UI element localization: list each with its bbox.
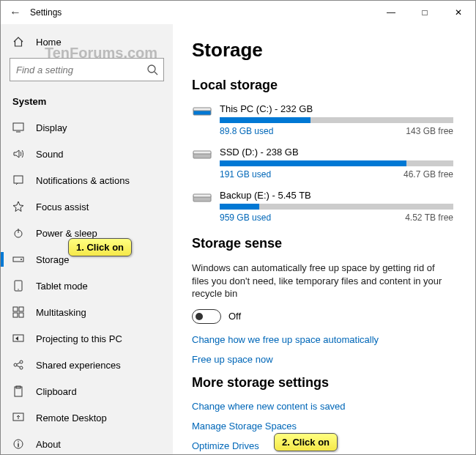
about-icon (12, 438, 24, 450)
sidebar-item-label: Remote Desktop (36, 413, 107, 423)
home-label: Home (36, 37, 62, 48)
drive-used: 191 GB used (220, 169, 271, 180)
close-button[interactable]: ✕ (442, 1, 475, 24)
remote-icon (12, 412, 24, 423)
sidebar-item-clipboard[interactable]: Clipboard (1, 378, 173, 404)
section-label: System (1, 90, 173, 114)
search-icon (146, 64, 158, 75)
drive-used: 89.8 GB used (220, 126, 273, 136)
svg-rect-2 (13, 123, 23, 130)
drive-row[interactable]: Backup (E:) - 5.45 TB 959 GB used 4.52 T… (192, 190, 453, 223)
sidebar-item-label: Tablet mode (36, 281, 88, 292)
focus-icon (12, 201, 24, 212)
drive-free: 46.7 GB free (404, 169, 453, 180)
drive-row[interactable]: This PC (C:) - 232 GB 89.8 GB used 143 G… (192, 103, 453, 136)
drive-used: 959 GB used (220, 212, 271, 223)
svg-point-8 (21, 259, 22, 260)
storage-sense-desc: Windows can automatically free up space … (192, 262, 453, 300)
sidebar-item-projecting[interactable]: Projecting to this PC (1, 325, 173, 352)
sidebar-item-label: Notifications & actions (36, 175, 130, 186)
titlebar: ← Settings ― □ ✕ (1, 1, 475, 24)
sidebar-item-label: Sound (36, 149, 64, 160)
svg-rect-30 (193, 151, 211, 154)
svg-rect-11 (13, 307, 18, 311)
power-icon (12, 227, 24, 239)
sidebar-item-display[interactable]: Display (1, 114, 173, 141)
sound-icon (12, 148, 24, 160)
settings-window: ← Settings ― □ ✕ Home System Display (0, 0, 476, 455)
page-title: Storage (192, 39, 453, 62)
local-storage-heading: Local storage (192, 78, 453, 93)
clipboard-icon (12, 385, 24, 397)
sidebar-item-focus-assist[interactable]: Focus assist (1, 193, 173, 220)
search-box[interactable] (10, 58, 164, 81)
link-change-auto[interactable]: Change how we free up space automaticall… (192, 334, 453, 345)
storage-sense-heading: Storage sense (192, 236, 453, 251)
sidebar-item-sound[interactable]: Sound (1, 141, 173, 167)
sidebar-item-label: Power & sleep (36, 228, 97, 239)
minimize-button[interactable]: ― (374, 1, 408, 24)
toggle-state-label: Off (228, 311, 241, 322)
window-title: Settings (30, 7, 62, 18)
content-pane: Storage Local storage This PC (C:) - 232… (173, 24, 475, 454)
svg-point-0 (148, 65, 155, 73)
link-free-now[interactable]: Free up space now (192, 354, 453, 365)
storage-sense-toggle[interactable] (192, 309, 221, 324)
svg-rect-28 (193, 108, 211, 111)
sidebar-item-label: Shared experiences (36, 360, 121, 371)
svg-point-10 (18, 289, 18, 289)
drive-icon (192, 103, 212, 118)
home-icon (12, 36, 24, 48)
multitasking-icon (12, 306, 24, 318)
svg-rect-32 (193, 194, 211, 197)
drive-row[interactable]: SSD (D:) - 238 GB 191 GB used 46.7 GB fr… (192, 147, 453, 180)
svg-rect-12 (19, 307, 23, 311)
drive-icon (192, 147, 212, 161)
link-new-content[interactable]: Change where new content is saved (192, 401, 453, 412)
sidebar-item-shared-experiences[interactable]: Shared experiences (1, 352, 173, 378)
back-button[interactable]: ← (7, 6, 24, 19)
storage-icon (12, 254, 24, 265)
svg-point-16 (14, 363, 17, 366)
sidebar-item-label: Focus assist (36, 201, 89, 212)
usage-bar (220, 160, 453, 166)
link-storage-spaces[interactable]: Manage Storage Spaces (192, 421, 453, 432)
svg-rect-4 (14, 176, 23, 183)
sidebar-item-label: Projecting to this PC (36, 333, 122, 344)
drive-icon (192, 190, 212, 204)
sidebar-item-tablet-mode[interactable]: Tablet mode (1, 273, 173, 299)
home-link[interactable]: Home (1, 30, 173, 53)
sidebar-item-label: Multitasking (36, 307, 86, 318)
svg-rect-14 (19, 313, 23, 317)
shared-icon (12, 359, 24, 371)
projecting-icon (12, 333, 24, 344)
usage-bar (220, 204, 453, 210)
callout-2: 2. Click on (274, 433, 338, 451)
drive-title: This PC (C:) - 232 GB (220, 103, 453, 114)
svg-point-18 (20, 366, 23, 369)
sidebar-item-multitasking[interactable]: Multitasking (1, 299, 173, 325)
drive-title: SSD (D:) - 238 GB (220, 147, 453, 158)
sidebar-item-label: Display (36, 122, 67, 133)
sidebar-item-label: Clipboard (36, 386, 77, 397)
sidebar-item-label: Storage (36, 254, 70, 265)
sidebar-item-about[interactable]: About (1, 431, 173, 454)
sidebar-item-remote-desktop[interactable]: Remote Desktop (1, 404, 173, 431)
notifications-icon (12, 174, 24, 186)
sidebar-item-notifications[interactable]: Notifications & actions (1, 167, 173, 193)
maximize-button[interactable]: □ (408, 1, 442, 24)
drive-title: Backup (E:) - 5.45 TB (220, 190, 453, 201)
svg-point-17 (20, 360, 23, 363)
usage-bar (220, 117, 453, 123)
display-icon (12, 122, 24, 133)
search-input[interactable] (10, 58, 164, 81)
tablet-icon (12, 280, 24, 292)
drive-free: 143 GB free (406, 126, 453, 136)
sidebar-item-label: About (36, 439, 61, 450)
callout-1: 1. Click on (68, 238, 132, 256)
svg-line-1 (155, 72, 157, 75)
drive-free: 4.52 TB free (405, 212, 453, 223)
more-settings-heading: More storage settings (192, 375, 453, 391)
svg-rect-13 (13, 313, 18, 317)
svg-line-20 (17, 366, 20, 367)
